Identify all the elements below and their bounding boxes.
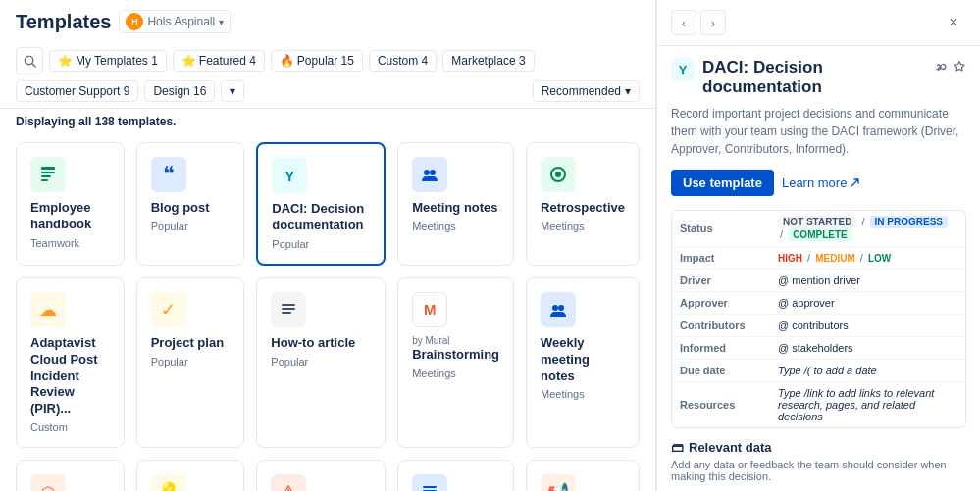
template-card-competitive[interactable]: 💡 Competitive analysis Product Managemen… (136, 460, 245, 491)
fire-icon: 🔥 (280, 54, 294, 68)
star-icon: ⭐ (58, 54, 73, 68)
svg-rect-15 (423, 486, 437, 488)
template-name: Retrospective (541, 200, 625, 217)
panel-title-row: Y DACI: Decision documentation (671, 58, 966, 97)
use-template-button[interactable]: Use template (671, 170, 774, 196)
template-card-employee-handbook[interactable]: Employee handbook Teamwork (16, 142, 125, 266)
template-category: Teamwork (30, 237, 110, 249)
template-card-brainstorming[interactable]: M by Mural Brainstorming Meetings (397, 277, 514, 448)
header: Templates H Hols Aspinall ▾ ⭐ My Templat… (0, 0, 655, 109)
template-category: Meetings (541, 388, 625, 400)
template-count: Displaying all 138 templates. (0, 109, 655, 134)
by-label: by Mural (412, 335, 499, 346)
filter-my-templates[interactable]: ⭐ My Templates 1 (49, 50, 167, 72)
template-name: Employee handbook (30, 200, 110, 233)
template-icon: M (412, 292, 447, 327)
star-icon: ⭐ (181, 54, 196, 68)
template-card-how-to[interactable]: How-to article Popular (256, 277, 386, 448)
filter-more[interactable]: ▾ (221, 80, 244, 102)
nav-arrows: ‹ › (671, 10, 726, 35)
template-icon: 📢 (541, 474, 576, 491)
filter-customer-support[interactable]: Customer Support 9 (16, 80, 138, 102)
template-icon (412, 474, 447, 491)
template-card-project-plan[interactable]: ✓ Project plan Popular (136, 277, 245, 448)
template-icon: Y (272, 158, 307, 193)
status-badge-in-progress: IN PROGRESS (870, 216, 948, 228)
user-switcher[interactable]: H Hols Aspinall ▾ (119, 10, 231, 33)
templates-grid: Employee handbook Teamwork ❝ Blog post P… (0, 134, 655, 491)
page-title: Templates (16, 11, 111, 33)
preview-table: Status NOT STARTED / IN PROGRESS / COMPL… (671, 210, 966, 428)
impact-medium: MEDIUM (815, 253, 855, 264)
user-name: Hols Aspinall (147, 15, 215, 28)
panel-actions (933, 60, 966, 76)
sort-label: Recommended (542, 84, 621, 98)
table-row: Contributors @ contributors (672, 315, 965, 337)
template-name: Brainstorming (412, 347, 499, 364)
svg-rect-11 (282, 308, 295, 310)
template-card-adaptavist[interactable]: ☁ Adaptavist Cloud Post Incident Review … (16, 277, 125, 448)
close-button[interactable]: × (941, 10, 966, 35)
template-category: Meetings (541, 221, 625, 232)
template-name: Project plan (151, 335, 231, 352)
relevant-data-icon: 🗃 (671, 440, 684, 455)
learn-more-link[interactable]: Learn more (782, 175, 860, 190)
panel-logo: Y (671, 58, 695, 81)
template-name: Meeting notes (412, 200, 499, 217)
svg-rect-4 (41, 175, 51, 177)
template-icon: 💡 (151, 474, 186, 491)
filter-design[interactable]: Design 16 (144, 80, 215, 102)
template-icon (271, 292, 306, 327)
template-icon: ☁ (30, 292, 66, 327)
link-icon[interactable] (933, 60, 947, 76)
template-card-troubleshooting[interactable]: ⚠ Troubleshooting article Popular (256, 460, 386, 491)
template-category: Popular (151, 221, 231, 232)
right-panel: ‹ › × Y DACI: Decision documentation (656, 0, 980, 491)
template-card-meeting-notes[interactable]: Meeting notes Meetings (397, 142, 514, 266)
status-badge-not-started: NOT STARTED (778, 216, 856, 228)
sort-button[interactable]: Recommended ▾ (533, 80, 640, 102)
nav-prev-button[interactable]: ‹ (671, 10, 696, 35)
panel-body: Y DACI: Decision documentation Record im… (657, 46, 980, 491)
template-card-retrospective[interactable]: Retrospective Meetings (526, 142, 640, 266)
relevant-data-desc: Add any data or feedback the team should… (671, 459, 966, 482)
template-icon: ⚠ (271, 474, 306, 491)
template-icon (30, 157, 66, 192)
filter-custom[interactable]: Custom 4 (369, 50, 437, 72)
template-icon (541, 157, 576, 192)
informed-value: @ stakeholders (770, 337, 965, 360)
template-category: Meetings (412, 221, 499, 232)
template-card-team-homepage[interactable]: ⬡ by Hubspot Team homepage Popular (16, 460, 125, 491)
external-link-icon (850, 177, 860, 188)
template-card-blog-post[interactable]: ❝ Blog post Popular (136, 142, 245, 266)
driver-value: @ mention driver (770, 270, 965, 292)
template-icon: ⬡ (30, 474, 66, 491)
template-card-weekly-meeting[interactable]: Weekly meeting notes Meetings (526, 277, 640, 448)
filter-marketplace[interactable]: Marketplace 3 (442, 50, 534, 72)
template-card-end-of-week[interactable]: End of week status report Popular (397, 460, 514, 491)
nav-next-button[interactable]: › (700, 10, 726, 35)
star-icon[interactable] (953, 60, 966, 76)
avatar: H (126, 13, 143, 30)
template-category: Meetings (412, 368, 499, 379)
sort-chevron-icon: ▾ (625, 84, 631, 98)
template-card-customer-interview[interactable]: 📢 Customer Interview Report Popular (526, 460, 640, 491)
svg-point-14 (558, 305, 564, 311)
table-row: Driver @ mention driver (672, 270, 965, 292)
status-badge-complete: COMPLETE (788, 228, 852, 241)
template-icon (412, 157, 447, 192)
filter-featured[interactable]: ⭐ Featured 4 (173, 50, 265, 72)
template-card-daci[interactable]: Y DACI: Decision documentation Popular (256, 142, 386, 266)
svg-rect-10 (282, 304, 295, 306)
filter-popular[interactable]: 🔥 Popular 15 (271, 50, 363, 72)
button-row: Use template Learn more (671, 170, 966, 196)
template-name: Weekly meeting notes (541, 335, 625, 385)
table-row: Status NOT STARTED / IN PROGRESS / COMPL… (672, 211, 965, 247)
right-panel-header: ‹ › × (657, 0, 980, 46)
panel-title: DACI: Decision documentation (702, 58, 925, 97)
due-date-value: Type /( to add a date (770, 360, 965, 382)
template-icon (541, 292, 576, 327)
search-button[interactable] (16, 47, 43, 74)
impact-low: LOW (868, 253, 891, 264)
table-row: Resources Type /link to add links to rel… (672, 382, 965, 428)
